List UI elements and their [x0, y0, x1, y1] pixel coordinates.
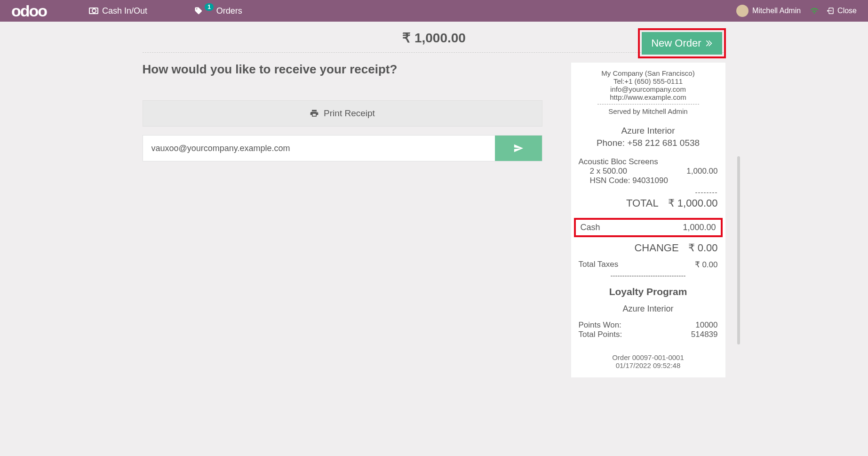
- total-points-value: 514839: [691, 330, 718, 339]
- user-menu[interactable]: Mitchell Admin: [736, 5, 801, 17]
- receipt-cash-label: Cash: [581, 223, 600, 232]
- receipt-customer-phone: Phone: +58 212 681 0538: [579, 137, 718, 149]
- logo[interactable]: odoo: [11, 2, 47, 20]
- new-order-button[interactable]: New Order: [642, 32, 722, 55]
- receipt-company: My Company (San Francisco): [579, 69, 718, 77]
- orders-button[interactable]: 1 Orders: [194, 6, 242, 16]
- email-row: [143, 135, 542, 161]
- receipt-tel: Tel:+1 (650) 555-0111: [579, 77, 718, 85]
- cash-highlight: Cash 1,000.00: [574, 218, 723, 237]
- receipt-item-hsn: HSN Code: 94031090: [579, 176, 718, 185]
- receipt-order-date: 01/17/2022 09:52:48: [579, 361, 718, 369]
- receipt-email: info@yourcompany.com: [579, 85, 718, 93]
- receipt-item-name: Acoustic Bloc Screens: [579, 157, 718, 167]
- close-button[interactable]: Close: [826, 7, 857, 15]
- points-won-label: Points Won:: [579, 320, 621, 330]
- cash-icon: [89, 8, 98, 14]
- user-name: Mitchell Admin: [752, 7, 801, 15]
- receipt-cash-value: 1,000.00: [683, 223, 716, 232]
- receipt-taxes-label: Total Taxes: [579, 260, 619, 270]
- cash-in-out-button[interactable]: Cash In/Out: [89, 6, 147, 16]
- receipt-change-value: ₹ 0.00: [688, 242, 718, 254]
- print-receipt-button[interactable]: Print Receipt: [143, 100, 542, 127]
- receipt-web: http://www.example.com: [579, 93, 718, 101]
- orders-label: Orders: [216, 6, 242, 16]
- double-chevron-right-icon: [704, 39, 713, 48]
- print-label: Print Receipt: [324, 108, 375, 119]
- topbar: odoo Cash In/Out 1 Orders Mitchell Admin…: [0, 0, 868, 22]
- wifi-icon: [809, 7, 820, 15]
- avatar: [736, 5, 749, 17]
- orders-badge: 1: [205, 3, 214, 11]
- total-points-label: Total Points:: [579, 330, 622, 339]
- receipt-customer-name: Azure Interior: [579, 125, 718, 137]
- paper-plane-icon: [513, 143, 524, 153]
- receipt-taxes-value: ₹ 0.00: [695, 260, 718, 270]
- receipt-item-amount: 1,000.00: [686, 167, 717, 176]
- send-email-button[interactable]: [495, 136, 542, 161]
- divider-dashes: --------: [579, 188, 718, 196]
- logout-icon: [826, 7, 835, 15]
- receipt-preview: My Company (San Francisco) Tel:+1 (650) …: [571, 62, 726, 377]
- new-order-highlight: New Order: [638, 28, 725, 58]
- print-icon: [310, 109, 319, 118]
- cash-in-out-label: Cash In/Out: [102, 6, 147, 16]
- receipt-served-by: Served by Mitchell Admin: [579, 107, 718, 115]
- tag-icon: [194, 7, 203, 15]
- loyalty-heading: Loyalty Program: [579, 286, 718, 297]
- receipt-order-ref: Order 00097-001-0001: [579, 353, 718, 361]
- close-label: Close: [837, 7, 857, 15]
- email-input[interactable]: [143, 136, 495, 161]
- loyalty-customer: Azure Interior: [579, 304, 718, 314]
- receipt-change-label: CHANGE: [634, 242, 678, 254]
- receipt-total-label: TOTAL: [626, 197, 659, 209]
- receipt-item-qty: 2 x 500.00: [579, 167, 627, 176]
- divider-dashes-2: --------------------------------: [579, 272, 718, 280]
- points-won-value: 10000: [695, 320, 717, 330]
- new-order-label: New Order: [651, 37, 701, 49]
- receipt-total-value: ₹ 1,000.00: [668, 197, 718, 209]
- main-container: ₹ 1,000.00 New Order How would you like …: [143, 22, 726, 377]
- scrollbar[interactable]: [737, 156, 740, 344]
- receipt-question: How would you like to receive your recei…: [143, 62, 542, 77]
